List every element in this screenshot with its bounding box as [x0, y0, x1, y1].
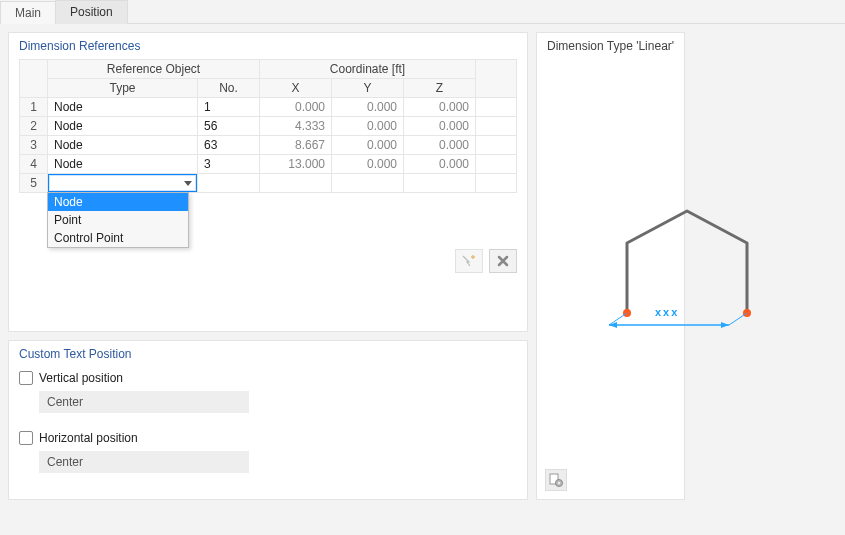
tab-bar: Main Position	[0, 0, 845, 24]
cell-z[interactable]: 0.000	[404, 117, 476, 136]
header-x: X	[260, 79, 332, 98]
cell-spare	[476, 98, 517, 117]
cell-y[interactable]: 0.000	[332, 136, 404, 155]
left-column: Dimension References Reference Object Co	[8, 32, 528, 500]
cell-z[interactable]: 0.000	[404, 98, 476, 117]
cell-spare	[476, 136, 517, 155]
cell-spare	[476, 174, 517, 193]
header-spare	[476, 60, 517, 98]
vertical-position-label: Vertical position	[39, 371, 123, 385]
custom-text-position-title: Custom Text Position	[19, 347, 517, 361]
dimension-references-title: Dimension References	[19, 39, 517, 53]
custom-text-position-panel: Custom Text Position Vertical position C…	[8, 340, 528, 500]
row-index: 3	[20, 136, 48, 155]
horizontal-position-label: Horizontal position	[39, 431, 138, 445]
cell-x[interactable]	[260, 174, 332, 193]
cell-type-dropdown[interactable]: Node Point Control Point	[48, 174, 198, 193]
cell-y[interactable]: 0.000	[332, 155, 404, 174]
preview-settings-button[interactable]	[545, 469, 567, 491]
row-index: 2	[20, 117, 48, 136]
type-option-control-point[interactable]: Control Point	[48, 229, 188, 247]
tab-main[interactable]: Main	[0, 1, 56, 24]
table-row[interactable]: 2 Node 56 4.333 0.000 0.000	[20, 117, 517, 136]
header-reference-object: Reference Object	[48, 60, 260, 79]
cell-x[interactable]: 0.000	[260, 98, 332, 117]
cell-y[interactable]: 0.000	[332, 98, 404, 117]
cell-type[interactable]: Node	[48, 136, 198, 155]
cell-no[interactable]: 63	[198, 136, 260, 155]
close-icon	[496, 254, 510, 268]
svg-line-2	[609, 313, 627, 325]
references-table: Reference Object Coordinate [ft] Type No…	[19, 59, 517, 193]
header-y: Y	[332, 79, 404, 98]
content: Dimension References Reference Object Co	[0, 24, 845, 508]
dimension-references-panel: Dimension References Reference Object Co	[8, 32, 528, 332]
row-index: 5	[20, 174, 48, 193]
cell-z[interactable]: 0.000	[404, 155, 476, 174]
preview-graphic: xxx	[587, 153, 787, 353]
cell-y[interactable]: 0.000	[332, 117, 404, 136]
dimension-type-preview-panel: Dimension Type 'Linear' xxx	[536, 32, 685, 500]
cell-spare	[476, 155, 517, 174]
cell-x[interactable]: 8.667	[260, 136, 332, 155]
header-z: Z	[404, 79, 476, 98]
table-row[interactable]: 4 Node 3 13.000 0.000 0.000	[20, 155, 517, 174]
document-gear-icon	[548, 472, 564, 488]
header-type: Type	[48, 79, 198, 98]
cell-no[interactable]: 56	[198, 117, 260, 136]
pick-arrow-icon	[461, 254, 477, 268]
svg-line-3	[729, 313, 747, 325]
header-no: No.	[198, 79, 260, 98]
svg-point-9	[558, 482, 560, 484]
cell-z[interactable]	[404, 174, 476, 193]
type-option-point[interactable]: Point	[48, 211, 188, 229]
cell-no[interactable]: 1	[198, 98, 260, 117]
cell-type[interactable]: Node	[48, 155, 198, 174]
type-select[interactable]	[48, 174, 197, 192]
row-index: 1	[20, 98, 48, 117]
horizontal-position-select[interactable]: Center	[39, 451, 249, 473]
dimension-text: xxx	[655, 306, 679, 318]
cell-x[interactable]: 13.000	[260, 155, 332, 174]
row-index: 4	[20, 155, 48, 174]
cell-spare	[476, 117, 517, 136]
cell-type[interactable]: Node	[48, 98, 198, 117]
vertical-position-row: Vertical position	[19, 371, 517, 385]
table-row-editing[interactable]: 5 Node Point Control Point	[20, 174, 517, 193]
preview-title: Dimension Type 'Linear'	[547, 39, 674, 53]
table-row[interactable]: 3 Node 63 8.667 0.000 0.000	[20, 136, 517, 155]
svg-marker-6	[721, 322, 729, 328]
cell-no[interactable]: 3	[198, 155, 260, 174]
pick-from-view-button[interactable]	[455, 249, 483, 273]
horizontal-position-row: Horizontal position	[19, 431, 517, 445]
vertical-position-select[interactable]: Center	[39, 391, 249, 413]
header-blank	[20, 60, 48, 98]
type-option-node[interactable]: Node	[48, 193, 188, 211]
cell-x[interactable]: 4.333	[260, 117, 332, 136]
references-toolbar	[19, 249, 517, 273]
cell-type[interactable]: Node	[48, 117, 198, 136]
horizontal-position-checkbox[interactable]	[19, 431, 33, 445]
cell-y[interactable]	[332, 174, 404, 193]
type-dropdown-list: Node Point Control Point	[47, 192, 189, 248]
header-coordinate: Coordinate [ft]	[260, 60, 476, 79]
cell-z[interactable]: 0.000	[404, 136, 476, 155]
cell-no[interactable]	[198, 174, 260, 193]
vertical-position-checkbox[interactable]	[19, 371, 33, 385]
chevron-down-icon	[184, 181, 192, 186]
tab-position[interactable]: Position	[55, 0, 128, 24]
table-row[interactable]: 1 Node 1 0.000 0.000 0.000	[20, 98, 517, 117]
delete-row-button[interactable]	[489, 249, 517, 273]
